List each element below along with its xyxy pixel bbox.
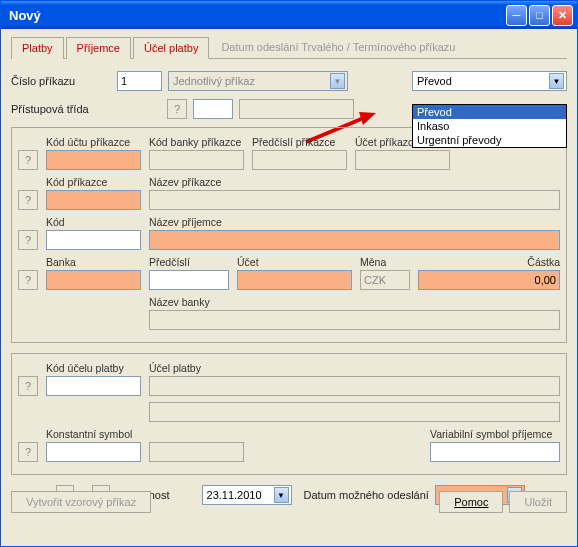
dropdown-option-inkaso[interactable]: Inkaso — [413, 119, 566, 133]
label-castka: Částka — [418, 256, 560, 268]
label-konst-symbol: Konstantní symbol — [46, 428, 141, 440]
tab-prijemce[interactable]: Příjemce — [66, 37, 131, 59]
label-ucet: Účet — [237, 256, 352, 268]
input-nazev-banky — [149, 310, 560, 330]
input-nazev-prikazce — [149, 190, 560, 210]
vytvorit-button: Vytvořit vzorový příkaz — [11, 491, 151, 513]
dropdown-option-prevod[interactable]: Převod — [413, 105, 566, 119]
help-button[interactable]: ? — [18, 150, 38, 170]
input-konst-symbol[interactable] — [46, 442, 141, 462]
input-nazev-prijemce[interactable] — [149, 230, 560, 250]
input-predcisli-prikazce — [252, 150, 347, 170]
label-nazev-prikazce: Název příkazce — [149, 176, 560, 188]
input-banka[interactable] — [46, 270, 141, 290]
label-empty — [149, 428, 244, 440]
label-kod-uctu-prikazce: Kód účtu příkazce — [46, 136, 141, 148]
input-ucet-prikazce — [355, 150, 450, 170]
select-type-value: Převod — [417, 75, 452, 87]
input-pristupova-trida-1[interactable] — [193, 99, 233, 119]
input-kod-prikazce[interactable] — [46, 190, 141, 210]
window-title: Nový — [9, 8, 506, 23]
select-type[interactable]: Převod ▼ — [412, 71, 567, 91]
close-button[interactable]: ✕ — [552, 5, 573, 26]
pomoc-button[interactable]: Pomoc — [439, 491, 503, 513]
row-cislo-prikazu: Číslo příkazu Jednotlivý příkaz ▼ Převod… — [11, 71, 567, 91]
label-kod: Kód — [46, 216, 141, 228]
tab-bar: Platby Příjemce Účel platby Datum odeslá… — [11, 37, 567, 59]
group-ucel: ? Kód účelu platby Účel platby ? Konstan… — [11, 353, 567, 475]
help-button[interactable]: ? — [18, 190, 38, 210]
input-pristupova-trida-2 — [239, 99, 354, 119]
group-main: ? Kód účtu příkazce Kód banky příkazce P… — [11, 127, 567, 343]
titlebar-buttons: ─ □ ✕ — [506, 5, 573, 26]
input-ucel-platby-2 — [149, 402, 560, 422]
window: Nový ─ □ ✕ Platby Příjemce Účel platby D… — [0, 0, 578, 547]
tab-datum-odeslani: Datum odeslání Trvalého / Termínového př… — [211, 37, 465, 59]
bottom-bar: Vytvořit vzorový příkaz Pomoc Uložit — [11, 491, 567, 513]
help-button[interactable]: ? — [18, 442, 38, 462]
label-mena: Měna — [360, 256, 410, 268]
label-var-symbol: Variabilní symbol příjemce — [430, 428, 560, 440]
maximize-button[interactable]: □ — [529, 5, 550, 26]
chevron-down-icon[interactable]: ▼ — [549, 73, 564, 89]
titlebar: Nový ─ □ ✕ — [1, 1, 577, 29]
input-predcisli[interactable] — [149, 270, 229, 290]
label-kod-prikazce: Kód příkazce — [46, 176, 141, 188]
label-cislo-prikazu: Číslo příkazu — [11, 75, 111, 87]
input-kod-ucelu[interactable] — [46, 376, 141, 396]
help-button[interactable]: ? — [18, 376, 38, 396]
dropdown-type-list: Převod Inkaso Urgentní převody — [412, 104, 567, 148]
input-kod-banky-prikazce — [149, 150, 244, 170]
input-ucet[interactable] — [237, 270, 352, 290]
tab-ucel-platby[interactable]: Účel platby — [133, 37, 209, 59]
label-predcisli-prikazce: Předčíslí příkazce — [252, 136, 347, 148]
tab-platby[interactable]: Platby — [11, 37, 64, 59]
label-kod-ucelu: Kód účelu platby — [46, 362, 141, 374]
input-kod[interactable] — [46, 230, 141, 250]
label-nazev-prijemce: Název příjemce — [149, 216, 560, 228]
input-cislo-prikazu[interactable] — [117, 71, 162, 91]
help-button[interactable]: ? — [18, 230, 38, 250]
input-castka[interactable] — [418, 270, 560, 290]
help-button[interactable]: ? — [167, 99, 187, 119]
minimize-button[interactable]: ─ — [506, 5, 527, 26]
label-kod-banky-prikazce: Kód banky příkazce — [149, 136, 244, 148]
input-ucel-platby-1 — [149, 376, 560, 396]
chevron-down-icon: ▼ — [330, 73, 345, 89]
label-pristupova-trida: Přístupová třída — [11, 103, 161, 115]
content: Platby Příjemce Účel platby Datum odeslá… — [1, 29, 577, 521]
label-banka: Banka — [46, 256, 141, 268]
input-var-symbol[interactable] — [430, 442, 560, 462]
dropdown-option-urgentni[interactable]: Urgentní převody — [413, 133, 566, 147]
input-konst-symbol-2 — [149, 442, 244, 462]
label-nazev-banky: Název banky — [149, 296, 560, 308]
input-kod-uctu-prikazce[interactable] — [46, 150, 141, 170]
select-mode: Jednotlivý příkaz ▼ — [168, 71, 348, 91]
ulozit-button: Uložit — [509, 491, 567, 513]
label-ucel-platby: Účel platby — [149, 362, 560, 374]
input-mena — [360, 270, 410, 290]
help-button[interactable]: ? — [18, 270, 38, 290]
label-predcisli: Předčíslí — [149, 256, 229, 268]
select-mode-value: Jednotlivý příkaz — [173, 75, 255, 87]
